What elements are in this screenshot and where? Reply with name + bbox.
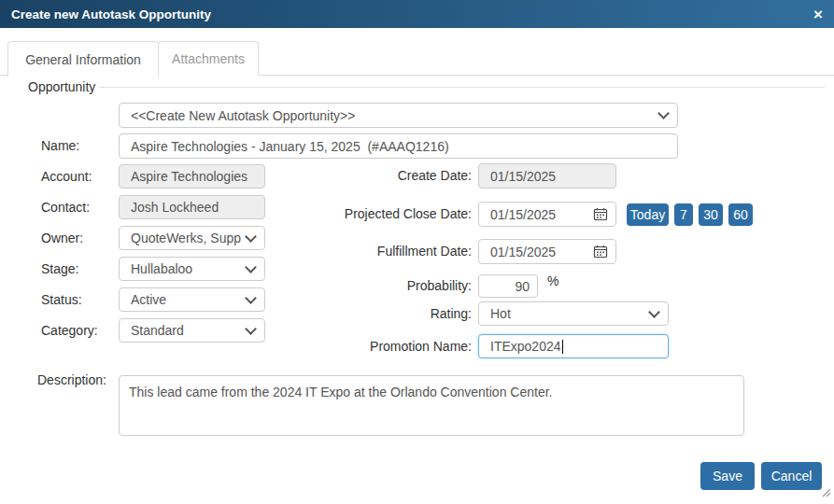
chevron-down-icon — [648, 306, 660, 318]
status-label: Status: — [41, 287, 82, 312]
tab-attachments[interactable]: Attachments — [158, 41, 259, 76]
close-icon[interactable]: × — [813, 7, 823, 22]
plus60-days-button[interactable]: 60 — [728, 203, 753, 226]
plus7-days-button[interactable]: 7 — [674, 203, 693, 226]
cancel-button[interactable]: Cancel — [761, 462, 822, 490]
today-button[interactable]: Today — [627, 203, 669, 226]
chevron-down-icon — [245, 231, 257, 243]
text-cursor — [562, 340, 564, 354]
promotion-name-label: Promotion Name: — [262, 334, 472, 358]
tab-general-information[interactable]: General Information — [7, 41, 159, 77]
chevron-down-icon — [245, 292, 257, 304]
status-select[interactable]: Active — [119, 287, 265, 312]
rating-select[interactable]: Hot — [478, 301, 669, 326]
projected-close-date-input[interactable]: 01/15/2025 — [478, 202, 616, 227]
promotion-name-input[interactable]: ITExpo2024 — [478, 334, 669, 358]
projected-close-date-label: Projected Close Date: — [262, 202, 472, 227]
probability-input[interactable]: 90 — [478, 274, 538, 298]
category-label: Category: — [41, 318, 98, 343]
save-button[interactable]: Save — [700, 462, 755, 490]
create-date-label: Create Date: — [262, 163, 472, 189]
opportunity-select-value: <<Create New Autotask Opportunity>> — [131, 108, 355, 123]
stage-label: Stage: — [41, 257, 78, 281]
fulfillment-date-input[interactable]: 01/15/2025 — [478, 239, 616, 264]
dialog-title: Create new Autotask Opportunity — [11, 7, 813, 21]
opportunity-section-legend: Opportunity — [28, 79, 95, 94]
calendar-icon[interactable] — [593, 207, 608, 221]
name-label: Name: — [41, 133, 79, 158]
category-select[interactable]: Standard — [119, 318, 265, 343]
owner-select[interactable]: QuoteWerks, Supp — [119, 226, 265, 250]
create-opportunity-dialog: Create new Autotask Opportunity × Genera… — [0, 0, 834, 504]
create-date-field: 01/15/2025 — [478, 163, 616, 189]
chevron-down-icon — [245, 323, 257, 335]
fulfillment-date-label: Fulfillment Date: — [262, 239, 472, 264]
chevron-down-icon — [657, 107, 670, 119]
description-textarea[interactable]: This lead came from the 2024 IT Expo at … — [119, 375, 744, 436]
name-input[interactable]: Aspire Technologies - January 15, 2025 (… — [119, 133, 678, 159]
contact-label: Contact: — [41, 195, 90, 219]
resize-grip[interactable] — [819, 484, 831, 501]
rating-label: Rating: — [262, 301, 472, 326]
contact-field: Josh Lockheed — [119, 195, 265, 219]
opportunity-select[interactable]: <<Create New Autotask Opportunity>> — [119, 103, 678, 128]
description-label: Description: — [37, 371, 106, 388]
probability-label: Probability: — [262, 274, 472, 298]
account-label: Account: — [41, 164, 92, 189]
stage-select[interactable]: Hullabaloo — [119, 257, 265, 281]
account-field: Aspire Technologies — [119, 164, 265, 189]
opportunity-section-rule — [99, 87, 825, 88]
percent-suffix: % — [547, 273, 558, 288]
calendar-icon[interactable] — [593, 245, 608, 259]
dialog-titlebar: Create new Autotask Opportunity × — [0, 0, 834, 28]
owner-label: Owner: — [41, 226, 83, 250]
plus30-days-button[interactable]: 30 — [699, 203, 723, 226]
chevron-down-icon — [245, 261, 257, 273]
